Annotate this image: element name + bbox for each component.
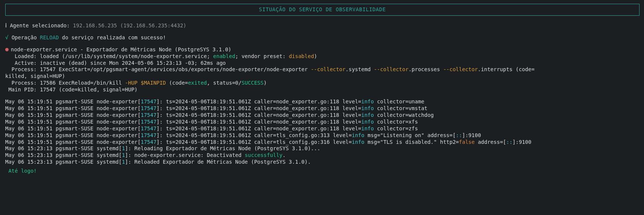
success-suffix: do serviço realizada com sucesso!	[59, 34, 166, 40]
log-line: May 06 15:19:51 pgsmart-SUSE node-export…	[5, 105, 640, 112]
agent-endpoint: (192.168.56.235:4432)	[120, 22, 186, 28]
process1-wrap: killed, signal=HUP)	[5, 73, 640, 80]
process2-line: Process: 17586 ExecReload=/bin/kill -HUP…	[5, 80, 640, 87]
mainpid-line: Main PID: 17547 (code=killed, signal=HUP…	[5, 87, 640, 93]
log-output: May 06 15:19:51 pgsmart-SUSE node-export…	[5, 99, 640, 166]
log-line: May 06 15:19:51 pgsmart-SUSE node-export…	[5, 125, 640, 132]
check-icon: √	[5, 34, 8, 40]
service-name: node-exporter.service	[11, 46, 77, 52]
info-icon: ⅰ	[5, 22, 7, 28]
log-line: May 06 15:19:51 pgsmart-SUSE node-export…	[5, 132, 640, 139]
log-line: May 06 15:23:13 pgsmart-SUSE systemd[1]:…	[5, 159, 640, 166]
panel-title-text: SITUAÇÃO DO SERVIÇO DE OBSERVABILIDADE	[259, 6, 386, 12]
agent-ip: 192.168.56.235	[73, 22, 117, 28]
service-desc: Exportador de Métricas Node (PostgreSYS …	[86, 46, 231, 52]
success-op: RELOAD	[40, 34, 59, 40]
status-disabled: disabled	[289, 53, 314, 59]
log-line: May 06 15:19:51 pgsmart-SUSE node-export…	[5, 139, 640, 146]
service-sep: -	[77, 46, 86, 52]
farewell: Até logo!	[5, 168, 640, 175]
log-line: May 06 15:19:51 pgsmart-SUSE node-export…	[5, 112, 640, 119]
agent-label: Agente selecionado:	[10, 22, 70, 28]
log-line: May 06 15:23:13 pgsmart-SUSE systemd[1]:…	[5, 145, 640, 152]
status-dot-icon	[5, 48, 9, 51]
active-line: Active: inactive (dead) since Mon 2024-0…	[5, 60, 640, 67]
loaded-line: Loaded: loaded (/usr/lib/systemd/system/…	[5, 53, 640, 60]
log-line: May 06 15:19:51 pgsmart-SUSE node-export…	[5, 119, 640, 125]
service-header: node-exporter.service - Exportador de Mé…	[5, 46, 640, 53]
agent-line: ⅰ Agente selecionado: 192.168.56.235 (19…	[5, 22, 640, 29]
success-line: √ Operação RELOAD do serviço realizada c…	[5, 34, 640, 41]
log-line: May 06 15:19:51 pgsmart-SUSE node-export…	[5, 99, 640, 105]
process1-line: Process: 17547 ExecStart=/opt/pgsmart-ag…	[5, 66, 640, 73]
panel-title: SITUAÇÃO DO SERVIÇO DE OBSERVABILIDADE	[5, 4, 640, 16]
success-prefix: Operação	[12, 34, 40, 40]
log-line: May 06 15:23:13 pgsmart-SUSE systemd[1]:…	[5, 152, 640, 159]
status-enabled: enabled	[213, 53, 235, 59]
